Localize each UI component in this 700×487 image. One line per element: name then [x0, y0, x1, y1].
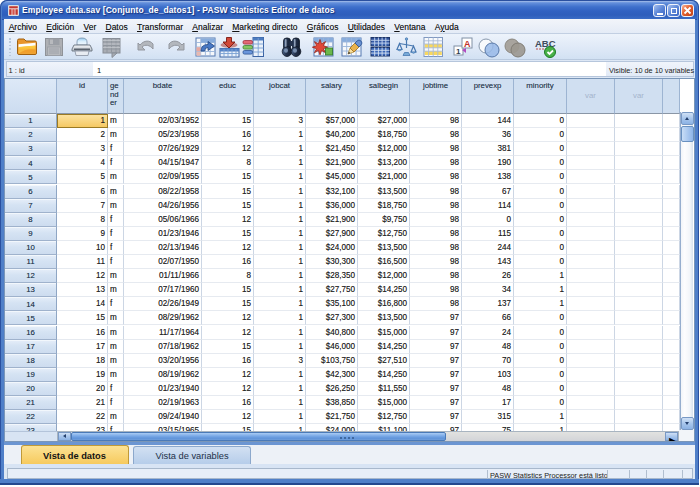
svg-text:A: A	[464, 39, 471, 49]
svg-text:1: 1	[456, 47, 461, 56]
